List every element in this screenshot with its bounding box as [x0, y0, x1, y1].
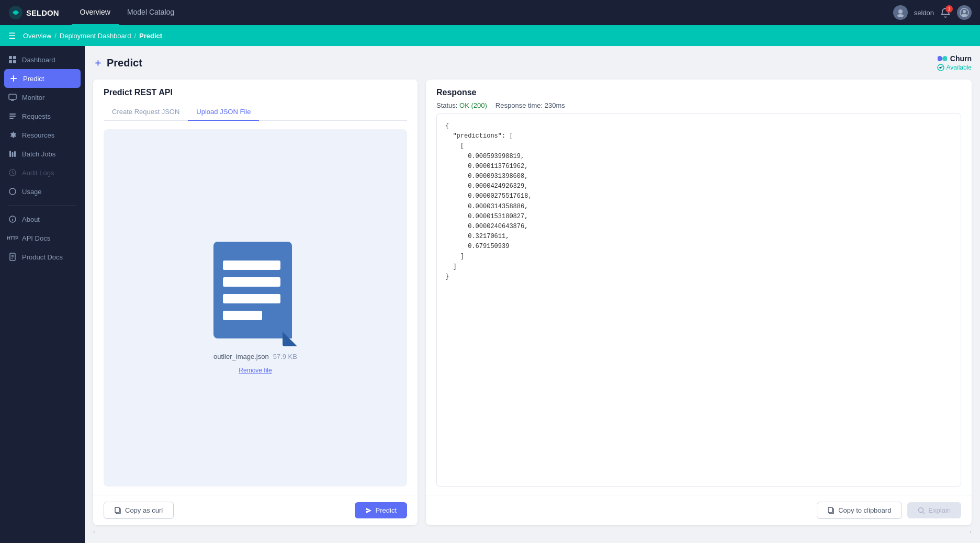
- check-circle-icon: [937, 64, 944, 71]
- sidebar-item-monitor[interactable]: Monitor: [0, 88, 85, 107]
- svg-rect-15: [9, 118, 14, 119]
- logo[interactable]: SELDON: [8, 5, 59, 20]
- response-footer: Copy to clipboard Explain: [426, 495, 972, 525]
- sidebar-item-audit-logs[interactable]: Audit Logs: [0, 163, 85, 182]
- sidebar-label-audit-logs: Audit Logs: [22, 169, 54, 177]
- upload-area[interactable]: outlier_image.json 57.9 KB Remove file: [104, 129, 407, 487]
- sidebar-label-dashboard: Dashboard: [22, 56, 55, 64]
- deployment-icon: [938, 55, 947, 62]
- predict-panel-title: Predict REST API: [104, 88, 407, 97]
- send-icon: [365, 507, 373, 514]
- tab-create-request[interactable]: Create Request JSON: [104, 104, 188, 121]
- breadcrumb-sep-1: /: [54, 32, 57, 40]
- file-name: outlier_image.json: [213, 353, 269, 360]
- status-value: OK (200): [459, 101, 487, 109]
- clock-icon: [8, 168, 17, 177]
- sidebar-label-requests: Requests: [22, 112, 51, 120]
- panels-row: Predict REST API Create Request JSON Upl…: [93, 80, 972, 525]
- list-icon: [8, 112, 17, 120]
- sidebar-label-monitor: Monitor: [22, 94, 44, 101]
- page-title-text: Predict: [107, 57, 142, 69]
- svg-rect-13: [9, 114, 16, 115]
- top-nav-right: seldon 1: [893, 5, 972, 20]
- sidebar-item-product-docs[interactable]: Product Docs: [0, 247, 85, 266]
- breadcrumb-bar: ☰ Overview / Deployment Dashboard / Pred…: [0, 25, 980, 46]
- sidebar-label-product-docs: Product Docs: [22, 253, 63, 261]
- gear-icon: [8, 131, 17, 139]
- sidebar-label-batch-jobs: Batch Jobs: [22, 150, 55, 158]
- breadcrumb-overview[interactable]: Overview: [23, 32, 51, 40]
- file-line-3: [223, 294, 280, 303]
- breadcrumb-deployment[interactable]: Deployment Dashboard: [60, 32, 131, 40]
- file-size: 57.9 KB: [273, 353, 297, 360]
- scroll-right-indicator: ›: [970, 528, 972, 535]
- search-icon: [918, 507, 925, 514]
- sidebar: Dashboard Predict Monitor Requests Resou…: [0, 46, 85, 543]
- sidebar-item-predict[interactable]: Predict: [4, 69, 81, 88]
- svg-point-4: [963, 10, 966, 13]
- svg-rect-17: [12, 152, 14, 157]
- sidebar-item-batch-jobs[interactable]: Batch Jobs: [0, 144, 85, 163]
- content-area: ＋ Predict Churn Available: [85, 46, 980, 543]
- scroll-bottom: ‹ ›: [93, 525, 972, 535]
- svg-rect-16: [9, 151, 11, 157]
- sidebar-label-about: About: [22, 216, 40, 223]
- top-nav-overview[interactable]: Overview: [72, 0, 119, 25]
- sidebar-item-dashboard[interactable]: Dashboard: [0, 50, 85, 69]
- svg-rect-27: [115, 507, 119, 513]
- svg-rect-14: [9, 116, 16, 117]
- svg-rect-8: [9, 60, 12, 63]
- doc-icon: [8, 253, 17, 261]
- scroll-left-indicator: ‹: [93, 528, 95, 535]
- status-available: Available: [937, 64, 972, 71]
- copy-to-clipboard-button[interactable]: Copy to clipboard: [817, 502, 902, 519]
- sidebar-item-requests[interactable]: Requests: [0, 107, 85, 126]
- sidebar-item-about[interactable]: About: [0, 210, 85, 229]
- username: seldon: [914, 9, 934, 17]
- file-line-4: [223, 311, 262, 320]
- sidebar-item-resources[interactable]: Resources: [0, 126, 85, 144]
- predict-button[interactable]: Predict: [355, 502, 407, 518]
- deployment-info: Churn Available: [937, 54, 972, 71]
- tab-upload-json[interactable]: Upload JSON File: [188, 104, 259, 121]
- predict-tabs: Create Request JSON Upload JSON File: [104, 104, 407, 121]
- copy-icon: [115, 507, 122, 514]
- response-header: Response Status: OK (200) Response time:…: [426, 80, 972, 114]
- sidebar-label-predict: Predict: [23, 75, 44, 83]
- svg-rect-6: [9, 56, 12, 59]
- sidebar-label-usage: Usage: [22, 188, 42, 196]
- svg-rect-9: [13, 60, 16, 63]
- copy-as-curl-button[interactable]: Copy as curl: [104, 502, 174, 519]
- svg-point-23: [938, 56, 942, 61]
- sidebar-label-resources: Resources: [22, 131, 54, 139]
- predict-panel: Predict REST API Create Request JSON Upl…: [93, 80, 418, 525]
- file-icon-wrapper: [213, 242, 297, 346]
- response-code: { "predictions": [ [ 0.000593998819, 0.0…: [436, 114, 961, 487]
- svg-rect-12: [9, 94, 16, 99]
- grid-icon: [8, 55, 17, 64]
- top-nav-model-catalog[interactable]: Model Catalog: [119, 0, 183, 25]
- file-line-2: [223, 277, 280, 287]
- page-title-row: ＋ Predict Churn Available: [93, 54, 972, 71]
- info-icon: [8, 215, 17, 223]
- top-nav-links: Overview Model Catalog: [72, 0, 881, 25]
- response-time-label: Response time: 230ms: [495, 101, 565, 109]
- user-icon[interactable]: [957, 5, 972, 20]
- remove-file-link[interactable]: Remove file: [239, 367, 272, 374]
- sidebar-item-usage[interactable]: Usage: [0, 182, 85, 201]
- avatar[interactable]: [893, 5, 908, 20]
- deployment-name: Churn: [938, 54, 972, 63]
- file-icon-body: [213, 242, 292, 338]
- predict-panel-header: Predict REST API Create Request JSON Upl…: [93, 80, 418, 121]
- sidebar-item-api-docs[interactable]: HTTP API Docs: [0, 229, 85, 247]
- breadcrumb-predict: Predict: [139, 32, 162, 40]
- notification-bell[interactable]: 1: [940, 7, 951, 18]
- svg-point-2: [897, 14, 904, 17]
- sidebar-divider: [8, 205, 76, 206]
- svg-rect-11: [10, 78, 17, 79]
- file-info: outlier_image.json 57.9 KB: [213, 353, 297, 360]
- deployment-name-text: Churn: [950, 54, 972, 63]
- menu-icon[interactable]: ☰: [8, 31, 16, 41]
- explain-button[interactable]: Explain: [907, 502, 961, 518]
- response-panel: Response Status: OK (200) Response time:…: [426, 80, 972, 525]
